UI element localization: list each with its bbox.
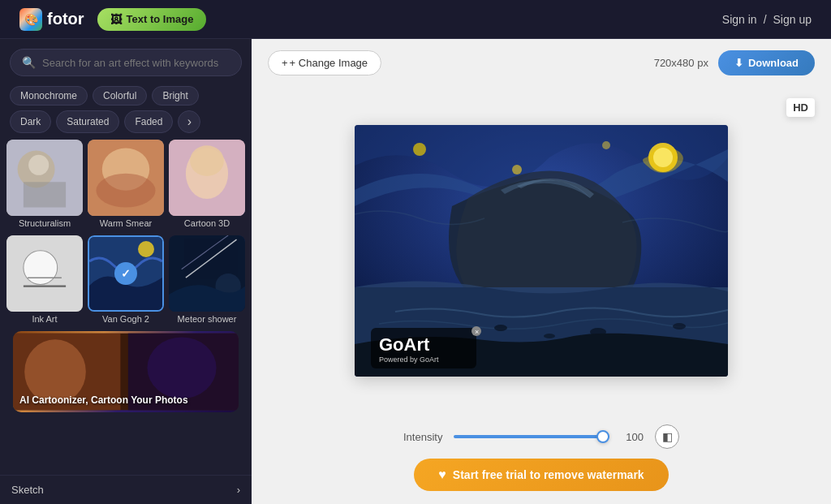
heart-icon: ♥	[438, 467, 446, 482]
svg-point-30	[602, 141, 610, 149]
effect-thumb-van-gogh: ✓	[88, 235, 164, 312]
canvas-area: HD	[252, 87, 831, 415]
effect-label-meteor-shower: Meteor shower	[169, 312, 245, 326]
selected-check-badge: ✓	[114, 262, 137, 285]
art-canvas-svg: GoArt Powered by GoArt ×	[355, 125, 728, 377]
sidebar-footer-sketch[interactable]: Sketch ›	[0, 475, 252, 504]
filter-tag-monochrome[interactable]: Monochrome	[10, 86, 88, 106]
search-input[interactable]	[42, 57, 230, 69]
filter-tag-dark[interactable]: Dark	[10, 110, 51, 133]
effect-thumb-meteor	[169, 235, 245, 312]
compare-button[interactable]: ◧	[655, 424, 679, 449]
search-area: 🔍	[0, 39, 252, 83]
intensity-row: Intensity 100 ◧	[403, 424, 679, 449]
dimensions-display: 720x480 px	[654, 57, 708, 69]
effect-label-warm-smear: Warm Smear	[88, 216, 164, 230]
filter-tag-more[interactable]: ›	[178, 110, 200, 133]
effect-van-gogh-2[interactable]: ✓ Van Gogh 2	[88, 235, 164, 326]
effect-label-van-gogh-2: Van Gogh 2	[88, 312, 164, 326]
ai-banner-bg: AI Cartoonizer, Cartoon Your Photos	[13, 331, 239, 412]
filter-tag-colorful[interactable]: Colorful	[93, 86, 147, 106]
intensity-value: 100	[621, 431, 644, 443]
compare-icon: ◧	[662, 430, 673, 443]
effect-thumb-ink-art	[6, 235, 83, 312]
plus-icon: +	[282, 57, 288, 69]
trial-btn-label: Start free trial to remove watermark	[453, 468, 644, 481]
intensity-label: Intensity	[403, 431, 442, 443]
text-to-image-button[interactable]: 🖼 Text to Image	[97, 8, 207, 31]
logo: 🎨 fotor	[19, 8, 84, 31]
art-canvas: GoArt Powered by GoArt ×	[355, 125, 728, 377]
effect-thumb-warm-smear	[88, 140, 164, 216]
change-image-button[interactable]: + + Change Image	[268, 50, 381, 75]
search-icon: 🔍	[22, 56, 36, 69]
ai-banner-text: AI Cartoonizer, Cartoon Your Photos	[19, 394, 188, 406]
sign-up-link[interactable]: Sign up	[773, 13, 812, 26]
svg-point-9	[190, 145, 224, 176]
effect-thumb-structuralism	[6, 140, 83, 216]
text-to-image-label: Text to Image	[127, 13, 194, 25]
effects-grid: Structuralism Warm Smear	[0, 140, 252, 475]
svg-point-11	[24, 251, 58, 285]
effect-meteor-shower[interactable]: Meteor shower	[169, 235, 245, 326]
download-label: Download	[748, 57, 799, 69]
sidebar-footer-label: Sketch	[11, 484, 44, 496]
bottom-controls: Intensity 100 ◧ ♥ Start free trial to re…	[252, 415, 831, 504]
effects-row-1: Structuralism Warm Smear	[6, 140, 245, 230]
change-image-label: + Change Image	[290, 57, 368, 69]
content-header: + + Change Image 720x480 px ⬇ Download	[252, 39, 831, 87]
header-divider: /	[764, 13, 767, 26]
effect-label-cartoon-3d: Cartoon 3D	[169, 216, 245, 230]
effect-ink-art[interactable]: Ink Art	[6, 235, 83, 326]
main-layout: 🔍 Monochrome Colorful Bright Dark Satura…	[0, 39, 831, 504]
svg-text:GoArt: GoArt	[379, 334, 430, 355]
filter-tags: Monochrome Colorful Bright Dark Saturate…	[0, 83, 252, 140]
svg-point-35	[673, 323, 686, 330]
header-left: 🎨 fotor 🖼 Text to Image	[19, 8, 206, 31]
content-area: + + Change Image 720x480 px ⬇ Download H…	[252, 39, 831, 504]
content-header-right: 720x480 px ⬇ Download	[654, 50, 815, 75]
effect-label-structuralism: Structuralism	[6, 216, 83, 230]
search-input-wrap[interactable]: 🔍	[10, 49, 242, 76]
effect-cartoon-3d[interactable]: Cartoon 3D	[169, 140, 245, 230]
svg-point-29	[512, 165, 522, 174]
effect-warm-smear[interactable]: Warm Smear	[88, 140, 164, 230]
header-right: Sign in / Sign up	[722, 13, 812, 26]
download-button[interactable]: ⬇ Download	[718, 50, 815, 75]
start-trial-button[interactable]: ♥ Start free trial to remove watermark	[414, 459, 668, 491]
filter-tag-faded[interactable]: Faded	[124, 110, 173, 133]
svg-point-6	[96, 174, 155, 208]
effects-row-2: Ink Art ✓ Van Gogh 2	[6, 235, 245, 326]
text-to-image-icon: 🖼	[110, 13, 122, 26]
sidebar: 🔍 Monochrome Colorful Bright Dark Satura…	[0, 39, 252, 504]
effect-structuralism[interactable]: Structuralism	[6, 140, 83, 230]
svg-point-3	[28, 155, 49, 175]
svg-point-34	[544, 334, 555, 338]
header: 🎨 fotor 🖼 Text to Image Sign in / Sign u…	[0, 0, 831, 39]
svg-text:Powered by GoArt: Powered by GoArt	[379, 355, 439, 364]
hd-badge[interactable]: HD	[786, 98, 815, 117]
svg-point-28	[413, 143, 426, 156]
filter-tag-bright[interactable]: Bright	[152, 86, 198, 106]
filter-tag-saturated[interactable]: Saturated	[56, 110, 119, 133]
svg-rect-2	[24, 182, 66, 207]
svg-point-15	[138, 241, 154, 257]
svg-point-32	[494, 325, 507, 331]
svg-point-24	[147, 337, 216, 398]
logo-icon: 🎨	[19, 8, 42, 31]
chevron-right-icon: ›	[237, 484, 240, 496]
download-icon: ⬇	[734, 57, 743, 69]
effect-thumb-cartoon-3d	[169, 140, 245, 216]
ai-cartoonizer-banner[interactable]: AI Cartoonizer, Cartoon Your Photos	[13, 331, 239, 412]
sign-in-link[interactable]: Sign in	[722, 13, 757, 26]
logo-text: fotor	[47, 10, 84, 28]
svg-text:×: ×	[475, 328, 479, 336]
effect-label-ink-art: Ink Art	[6, 312, 83, 326]
intensity-slider[interactable]	[454, 435, 609, 438]
